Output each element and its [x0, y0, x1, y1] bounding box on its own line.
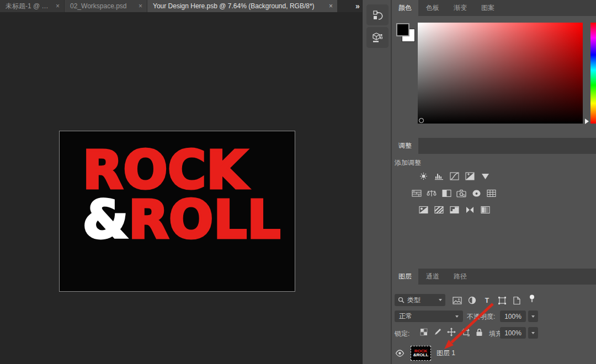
- search-icon: [398, 297, 405, 303]
- chevron-down-icon: [531, 315, 535, 318]
- kind-label: 类型: [407, 296, 421, 305]
- photoshop-window: { "window": { "tabs": [ { "label": "未标题-…: [0, 0, 596, 364]
- vibrance-icon[interactable]: [480, 172, 490, 180]
- selective-color-icon[interactable]: [480, 205, 490, 214]
- channel-mixer-icon[interactable]: [471, 189, 481, 197]
- document-canvas[interactable]: ROCK &ROLL: [59, 131, 295, 292]
- hue-slider[interactable]: [590, 23, 596, 124]
- type-layer-filter-icon[interactable]: T: [482, 296, 492, 305]
- layer-visibility-toggle[interactable]: [392, 350, 407, 357]
- threshold-icon[interactable]: [449, 205, 459, 214]
- pixel-layer-filter-icon[interactable]: [453, 296, 462, 305]
- lock-buttons: [419, 328, 483, 336]
- layer-filter-kind-dropdown[interactable]: 类型: [395, 294, 445, 306]
- tab-document-untitled[interactable]: 未标题-1 @ 40... ×: [0, 0, 64, 12]
- photo-filter-icon[interactable]: [456, 189, 466, 197]
- filter-toggle-icon[interactable]: [527, 294, 536, 303]
- chevron-down-icon: [455, 315, 459, 318]
- opacity-label: 不透明度:: [467, 312, 495, 322]
- tab-document-your-design-active[interactable]: Your Design Here.psb @ 7.64% (Background…: [147, 0, 337, 12]
- color-lookup-icon[interactable]: [486, 189, 496, 197]
- collapsed-panels-strip: [362, 0, 392, 364]
- document-tabbar: 未标题-1 @ 40... × 02_Workspace.psd × Your …: [0, 0, 362, 12]
- lock-label: 锁定:: [395, 329, 409, 339]
- adjustment-layer-filter-icon[interactable]: [467, 296, 477, 305]
- invert-icon[interactable]: [418, 205, 428, 214]
- color-field-cursor[interactable]: [419, 118, 424, 123]
- tab-gradients[interactable]: 渐变: [447, 0, 473, 16]
- black-white-icon[interactable]: [441, 189, 451, 197]
- color-balance-icon[interactable]: [427, 189, 437, 197]
- close-icon[interactable]: ×: [134, 2, 142, 10]
- lock-all-icon[interactable]: [475, 328, 483, 336]
- chevron-down-icon: [439, 299, 442, 301]
- design-ampersand: &: [83, 190, 129, 250]
- lock-transparent-pixels-icon[interactable]: [419, 328, 428, 336]
- tab-label: Your Design Here.psb @ 7.64% (Background…: [153, 2, 315, 10]
- levels-icon[interactable]: [434, 172, 444, 180]
- tab-overflow-chevron-icon[interactable]: »: [352, 1, 363, 12]
- design-line1: ROCK: [83, 146, 281, 195]
- properties-panel-button[interactable]: [366, 27, 389, 48]
- exposure-icon[interactable]: [465, 172, 475, 180]
- rock-and-roll-artwork: ROCK &ROLL: [83, 146, 281, 245]
- fill-value-field[interactable]: 100%: [500, 327, 526, 339]
- close-icon[interactable]: ×: [51, 2, 60, 10]
- tab-document-workspace[interactable]: 02_Workspace.psd ×: [65, 0, 147, 12]
- adjustments-panel-tabs: 调整: [392, 138, 596, 154]
- opacity-dropdown-button[interactable]: [528, 311, 538, 322]
- tab-label: 02_Workspace.psd: [70, 2, 127, 10]
- posterize-icon[interactable]: [434, 205, 444, 214]
- design-line2: &ROLL: [83, 195, 281, 245]
- curves-icon[interactable]: [449, 172, 459, 180]
- color-panel-tabs: 颜色 色板 渐变 图案: [392, 0, 596, 16]
- eye-icon: [395, 350, 405, 357]
- saturation-brightness-field[interactable]: [418, 23, 583, 124]
- adjustment-icons-row1: [418, 172, 490, 180]
- layer-row[interactable]: ROCK &ROLL 图层 1: [392, 343, 596, 363]
- layers-panel-tabs: 图层 通道 路径: [392, 269, 596, 285]
- brightness-contrast-icon[interactable]: [418, 172, 428, 180]
- tab-patterns[interactable]: 图案: [475, 0, 501, 16]
- fill-dropdown-button[interactable]: [528, 327, 538, 339]
- history-panel-button[interactable]: [366, 4, 389, 25]
- layer-thumbnail[interactable]: ROCK &ROLL: [411, 346, 431, 361]
- layer-filter-icons: T: [453, 296, 536, 305]
- lock-artboard-icon[interactable]: [461, 328, 470, 336]
- thumb-line2: &ROLL: [413, 353, 429, 357]
- close-icon[interactable]: ×: [324, 2, 333, 10]
- history-icon: [371, 9, 384, 21]
- hue-saturation-icon[interactable]: [412, 189, 422, 197]
- hue-slider-arrow-icon[interactable]: [585, 119, 589, 124]
- blend-mode-dropdown[interactable]: 正常: [395, 311, 463, 322]
- properties-icon: [371, 31, 384, 44]
- shape-layer-filter-icon[interactable]: [497, 296, 507, 305]
- add-adjustment-label: 添加调整: [395, 158, 421, 168]
- adjustment-icons-row3: [418, 205, 490, 214]
- chevron-down-icon: [531, 332, 535, 334]
- tab-adjustments[interactable]: 调整: [392, 138, 418, 154]
- tab-color[interactable]: 颜色: [392, 0, 418, 16]
- gradient-map-icon[interactable]: [465, 205, 475, 214]
- lock-position-icon[interactable]: [447, 328, 456, 336]
- smart-object-filter-icon[interactable]: [512, 296, 522, 305]
- opacity-value-field[interactable]: 100%: [500, 311, 526, 322]
- tab-channels[interactable]: 通道: [419, 269, 446, 285]
- foreground-color-swatch[interactable]: [396, 23, 409, 36]
- lock-image-pixels-icon[interactable]: [433, 328, 442, 336]
- tab-label: 未标题-1 @ 40...: [6, 2, 51, 11]
- tab-layers[interactable]: 图层: [392, 269, 418, 285]
- adjustment-icons-row2: [412, 189, 496, 197]
- layer-name: 图层 1: [437, 349, 455, 358]
- blend-mode-value: 正常: [399, 312, 412, 321]
- tab-paths[interactable]: 路径: [447, 269, 473, 285]
- right-panel: 颜色 色板 渐变 图案 调整 添加调整: [392, 0, 596, 364]
- tab-swatches[interactable]: 色板: [419, 0, 446, 16]
